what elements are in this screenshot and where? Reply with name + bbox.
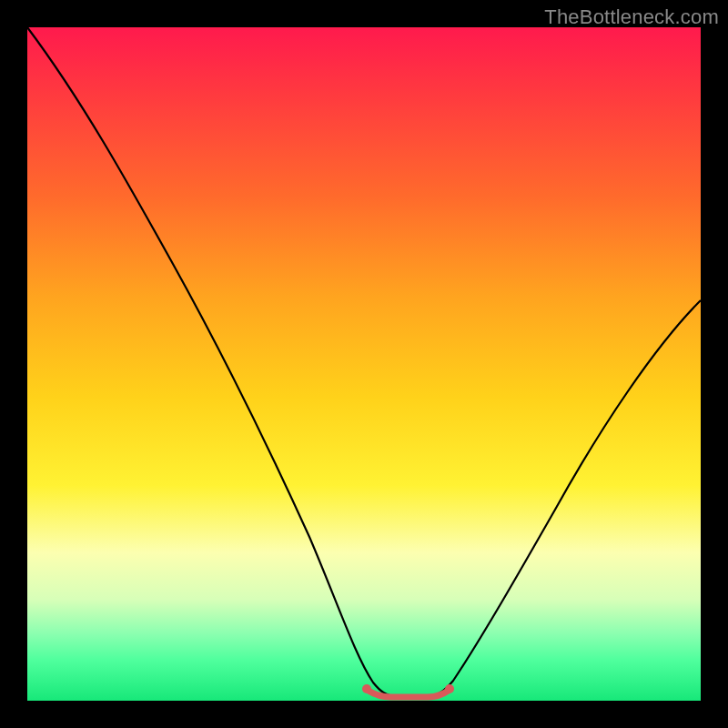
watermark-text: TheBottleneck.com bbox=[544, 5, 719, 29]
curve-svg bbox=[27, 27, 701, 701]
chart-frame: TheBottleneck.com bbox=[0, 0, 728, 728]
valley-highlight-line bbox=[366, 689, 450, 697]
valley-dot-right bbox=[445, 684, 454, 693]
valley-dot-left bbox=[362, 684, 371, 693]
plot-area bbox=[27, 27, 701, 701]
bottleneck-curve bbox=[27, 27, 701, 696]
